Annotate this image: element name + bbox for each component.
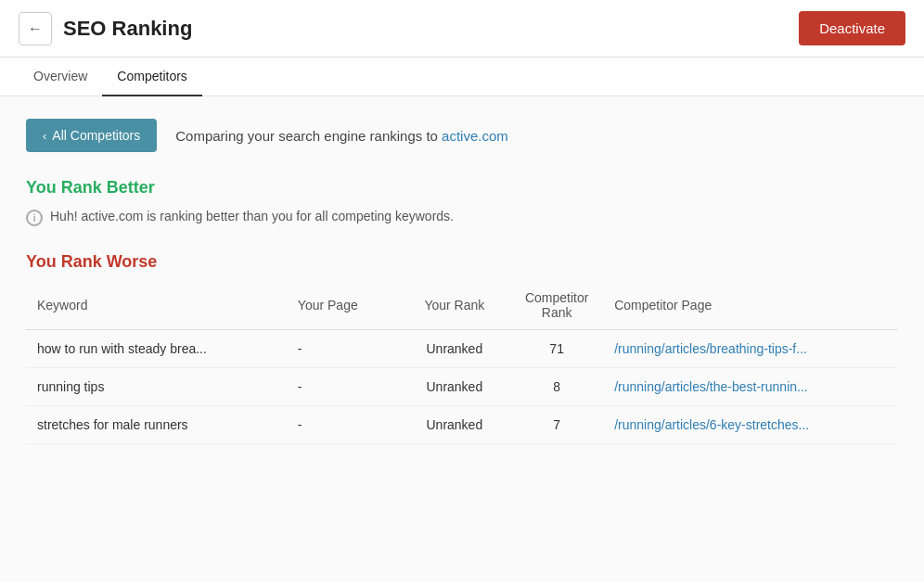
rank-worse-heading: You Rank Worse	[26, 252, 898, 272]
competitor-page-link[interactable]: /running/articles/the-best-runnin...	[614, 379, 808, 394]
col-your-page: Your Page	[287, 283, 399, 330]
competitor-page-link[interactable]: /running/articles/breathing-tips-f...	[614, 341, 807, 356]
table-row: running tips - Unranked 8 /running/artic…	[26, 368, 898, 406]
col-keyword: Keyword	[26, 283, 287, 330]
info-icon: i	[26, 210, 43, 226]
cell-your-rank: Unranked	[399, 330, 511, 368]
header-left: ← SEO Ranking	[19, 12, 192, 45]
nav-tabs: Overview Competitors	[0, 57, 924, 96]
comparing-bar: ‹ All Competitors Comparing your search …	[26, 119, 898, 152]
competitor-page-link[interactable]: /running/articles/6-key-stretches...	[614, 417, 809, 432]
comparing-text: Comparing your search engine rankings to…	[175, 128, 508, 144]
rank-worse-section: You Rank Worse Keyword Your Page Your Ra…	[26, 252, 898, 444]
col-your-rank: Your Rank	[399, 283, 511, 330]
cell-competitor-page: /running/articles/the-best-runnin...	[603, 368, 898, 406]
rank-table: Keyword Your Page Your Rank Competitor R…	[26, 283, 898, 444]
cell-competitor-rank: 7	[510, 406, 603, 444]
tab-overview[interactable]: Overview	[19, 57, 102, 96]
deactivate-button[interactable]: Deactivate	[799, 11, 905, 45]
cell-competitor-rank: 71	[510, 330, 603, 368]
main-content: ‹ All Competitors Comparing your search …	[0, 96, 924, 582]
header: ← SEO Ranking Deactivate	[0, 0, 924, 57]
all-competitors-label: All Competitors	[52, 128, 140, 143]
rank-better-info-text: Huh! active.com is ranking better than y…	[50, 209, 454, 223]
cell-competitor-page: /running/articles/6-key-stretches...	[603, 406, 898, 444]
competitor-site-link[interactable]: active.com	[442, 128, 508, 144]
chevron-left-icon: ‹	[43, 129, 46, 143]
cell-keyword: running tips	[26, 368, 287, 406]
cell-your-rank: Unranked	[399, 406, 511, 444]
col-competitor-page: Competitor Page	[603, 283, 898, 330]
back-icon: ←	[28, 20, 43, 37]
table-header-row: Keyword Your Page Your Rank Competitor R…	[26, 283, 898, 330]
cell-your-page: -	[287, 406, 399, 444]
rank-better-section: You Rank Better i Huh! active.com is ran…	[26, 178, 898, 226]
col-competitor-rank: Competitor Rank	[510, 283, 603, 330]
cell-keyword: stretches for male runners	[26, 406, 287, 444]
back-button[interactable]: ←	[19, 12, 52, 45]
table-row: stretches for male runners - Unranked 7 …	[26, 406, 898, 444]
cell-competitor-rank: 8	[510, 368, 603, 406]
cell-competitor-page: /running/articles/breathing-tips-f...	[603, 330, 898, 368]
table-row: how to run with steady brea... - Unranke…	[26, 330, 898, 368]
page-title: SEO Ranking	[63, 17, 192, 41]
tab-competitors[interactable]: Competitors	[102, 57, 201, 96]
cell-your-page: -	[287, 330, 399, 368]
rank-better-heading: You Rank Better	[26, 178, 898, 198]
all-competitors-button[interactable]: ‹ All Competitors	[26, 119, 157, 152]
rank-better-info: i Huh! active.com is ranking better than…	[26, 209, 898, 226]
cell-your-page: -	[287, 368, 399, 406]
cell-keyword: how to run with steady brea...	[26, 330, 287, 368]
cell-your-rank: Unranked	[399, 368, 511, 406]
